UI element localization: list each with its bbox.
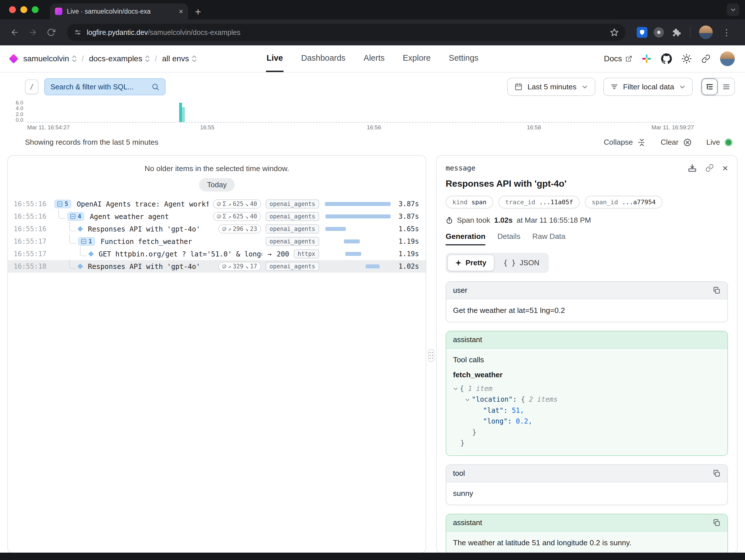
share-link-icon[interactable] xyxy=(701,54,710,63)
url-host: logfire.pydantic.dev xyxy=(87,28,148,36)
trace-row[interactable]: 16:55:16 Responses API with 'gpt-4o' ↗29… xyxy=(8,223,426,235)
new-tab-button[interactable]: + xyxy=(195,7,201,17)
extensions-puzzle-button[interactable] xyxy=(670,24,681,40)
span-label: Function fetch_weather xyxy=(101,238,192,246)
trace-row[interactable]: 16:55:16 4 Agent weather agent Σ↗625↘40 … xyxy=(8,210,426,223)
slack-icon[interactable] xyxy=(642,54,651,64)
chevron-down-icon[interactable] xyxy=(453,386,458,391)
tab-explore[interactable]: Explore xyxy=(402,45,431,72)
panel-resize-handle[interactable] xyxy=(428,349,434,362)
live-toggle-button[interactable]: Live xyxy=(707,138,733,147)
message-card-assistant-tool-calls: assistant Tool calls fetch_weather { 1 i… xyxy=(446,331,728,456)
org-selector[interactable]: samuelcolvin xyxy=(23,54,76,63)
browser-toolbar: logfire.pydantic.dev/samuelcolvin/docs-e… xyxy=(0,19,745,45)
collapse-toggle[interactable]: 1 xyxy=(78,237,95,246)
forward-button[interactable] xyxy=(25,24,41,40)
tab-raw-data[interactable]: Raw Data xyxy=(532,232,565,245)
input-arrow-icon: ↗ xyxy=(228,213,231,220)
tab-alerts[interactable]: Alerts xyxy=(363,45,385,72)
y-tick: 2.0 xyxy=(16,112,23,117)
trace-id-pill[interactable]: trace_id...11a05f xyxy=(498,196,580,209)
zoom-window-button[interactable] xyxy=(32,6,38,13)
minimize-window-button[interactable] xyxy=(21,6,27,13)
trace-row-selected[interactable]: 16:55:18 Responses API with 'gpt-4o' ↗32… xyxy=(8,260,426,273)
live-status-icon xyxy=(724,138,733,146)
output-tokens: 17 xyxy=(250,263,257,270)
search-input[interactable] xyxy=(51,83,148,91)
tab-details[interactable]: Details xyxy=(497,232,520,245)
tab-search-button[interactable] xyxy=(727,3,739,16)
project-name: docs-examples xyxy=(89,54,142,63)
browser-profile-avatar[interactable] xyxy=(699,26,713,39)
time-range-dropdown[interactable]: Last 5 minutes xyxy=(507,78,595,96)
tab-dashboards[interactable]: Dashboards xyxy=(300,45,346,72)
instrumentation-tag: openai_agents xyxy=(266,199,319,209)
collapse-toggle[interactable]: 4 xyxy=(67,212,84,221)
trace-row[interactable]: 16:55:17 1 Function fetch_weather openai… xyxy=(8,235,426,248)
address-bar[interactable]: logfire.pydantic.dev/samuelcolvin/docs-e… xyxy=(67,24,625,41)
copy-link-icon[interactable] xyxy=(705,164,714,172)
list-view-button[interactable] xyxy=(718,78,734,95)
clear-button[interactable]: Clear xyxy=(661,138,692,147)
shield-extension-icon[interactable] xyxy=(637,27,647,38)
duration-bar xyxy=(366,265,380,268)
span-id-pill[interactable]: span_id...a77954 xyxy=(585,196,662,209)
extension-icon[interactable] xyxy=(654,27,664,37)
clear-label: Clear xyxy=(661,138,679,147)
chevron-down-icon xyxy=(582,84,588,90)
tab-generation[interactable]: Generation xyxy=(446,232,485,245)
collapse-all-icon xyxy=(638,138,646,147)
arrow-left-icon xyxy=(10,28,19,37)
local-filter-dropdown[interactable]: Filter local data xyxy=(603,78,693,96)
pretty-view-button[interactable]: Pretty xyxy=(447,254,494,271)
trace-row[interactable]: 16:55:17 GET httpbin.org/get ? lat='51.0… xyxy=(8,248,426,260)
chevron-down-icon[interactable] xyxy=(465,397,470,402)
search-icon xyxy=(151,83,159,91)
copy-button[interactable] xyxy=(713,469,721,477)
bookmark-star-button[interactable] xyxy=(610,28,619,37)
span-diamond-icon xyxy=(77,263,83,269)
browser-tab[interactable]: Live · samuelcolvin/docs-exa × xyxy=(50,3,188,19)
span-title: Responses API with 'gpt-4o' xyxy=(446,179,728,189)
reload-button[interactable] xyxy=(43,24,59,40)
site-settings-icon[interactable] xyxy=(74,28,82,36)
theme-sun-icon[interactable] xyxy=(681,54,692,64)
tab-settings[interactable]: Settings xyxy=(448,45,479,72)
back-button[interactable] xyxy=(7,24,23,40)
filter-bar: / Last 5 minutes Filter local data xyxy=(0,73,745,99)
shield-icon xyxy=(639,29,645,36)
took-timestamp: at Mar 11 16:55:18 PM xyxy=(517,216,591,225)
span-diamond-icon xyxy=(88,251,94,257)
calendar-icon xyxy=(515,83,522,91)
user-avatar[interactable] xyxy=(720,51,735,66)
env-selector[interactable]: all envs xyxy=(162,54,196,63)
row-timestamp: 16:55:16 xyxy=(13,225,51,233)
span-label: Responses API with 'gpt-4o' xyxy=(88,225,200,233)
project-selector[interactable]: docs-examples xyxy=(89,54,150,63)
copy-button[interactable] xyxy=(713,286,721,294)
collapse-button[interactable]: Collapse xyxy=(604,138,646,147)
browser-menu-button[interactable]: ⋮ xyxy=(719,28,735,37)
tab-close-icon[interactable]: × xyxy=(179,8,183,15)
tab-live[interactable]: Live xyxy=(266,45,284,72)
docs-link[interactable]: Docs xyxy=(604,54,632,63)
stopwatch-icon xyxy=(446,217,453,224)
extensions-area: ⋮ xyxy=(633,24,738,40)
chart-plot-area[interactable] xyxy=(27,100,694,123)
input-arrow-icon: ↗ xyxy=(228,226,231,232)
collapse-toggle[interactable]: 5 xyxy=(55,200,71,208)
slash-shortcut-key: / xyxy=(25,80,38,94)
close-window-button[interactable] xyxy=(9,6,16,13)
tree-view-button[interactable] xyxy=(701,78,718,95)
export-tray-icon[interactable] xyxy=(688,163,697,173)
sigma-label: Σ xyxy=(223,213,226,220)
duration-label: 3.87s xyxy=(391,213,419,220)
copy-button[interactable] xyxy=(713,519,721,527)
github-icon[interactable] xyxy=(661,53,672,64)
trace-row[interactable]: 16:55:16 5 OpenAI Agents trace: Agent wo… xyxy=(8,198,426,210)
close-panel-icon[interactable]: × xyxy=(722,163,728,173)
search-box[interactable] xyxy=(44,78,166,95)
json-view-button[interactable]: { }JSON xyxy=(495,254,547,271)
reload-icon xyxy=(47,28,55,37)
input-arrow-icon: ↗ xyxy=(228,201,231,207)
